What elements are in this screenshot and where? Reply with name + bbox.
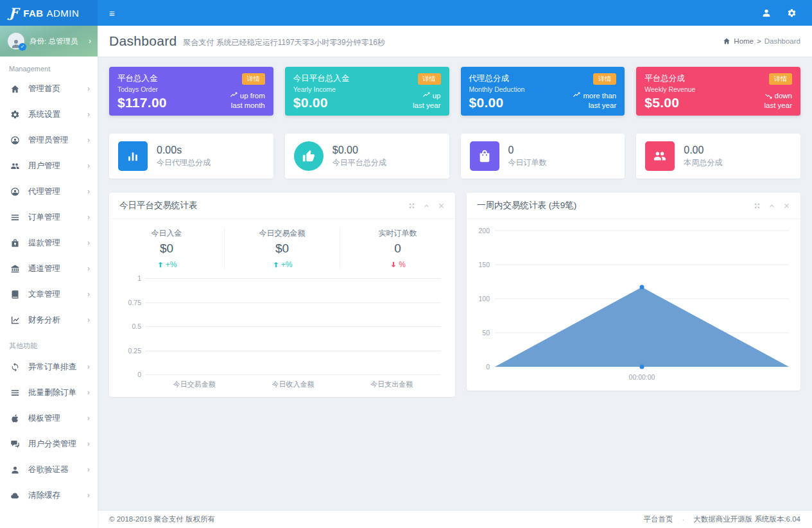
list-icon [10,388,20,398]
sidebar-item-order-manage[interactable]: 订单管理 › [0,204,98,230]
panel-row: 今日平台交易统计表 今日入金 $0 +% 今日交易金额 [109,193,800,397]
stat-subtitle: Weekly Revenue [644,85,695,93]
copyright-text: © 2018-2019 聚合支付 版权所有 [109,515,215,524]
details-badge[interactable]: 详情 [769,73,792,85]
area-chart: 20015010050000:00:00 [467,219,800,386]
svg-text:0: 0 [486,363,490,371]
bar-chart-plot: 10.750.50.250 [119,278,444,374]
chevron-right-icon: › [87,362,90,371]
sidebar-item-admin-manage[interactable]: 管理员管理 › [0,127,98,153]
brand-logo[interactable]: Ƒ FAB ADMIN [0,0,98,26]
thumbs-up-icon [294,141,324,171]
content: 平台总入金 Todays Order $117.00 详情 up from la… [98,57,812,510]
sidebar-item-admin-home[interactable]: 管理首页 › [0,76,98,101]
stat-title: 代理总分成 [469,73,525,84]
menu-section-heading: Management [0,57,98,76]
x-axis-label: 今日支出金额 [342,380,441,389]
mini-stat-today-deposit: 今日入金 $0 +% [109,228,224,269]
info-card-today-agent-share: 0.00s 今日代理总分成 [109,134,273,179]
page-subtitle: 聚合支付 系统已经稳定运行1197天零3小时零39分钟零16秒 [183,34,385,48]
home-icon [723,37,730,45]
user-circle-icon [10,136,20,145]
svg-text:100: 100 [478,295,490,303]
stat-value: $0.00 [469,95,525,110]
stat-subtitle: Monthly Deduction [469,85,525,93]
breadcrumb-home[interactable]: Home [734,37,754,45]
mini-stat-today-trade-amount: 今日交易金额 $0 +% [224,228,340,269]
users-icon [645,141,675,171]
expand-icon[interactable] [754,202,761,209]
main-area: Dashboard 聚合支付 系统已经稳定运行1197天零3小时零39分钟零16… [98,26,812,528]
sidebar-item-user-manage[interactable]: 用户管理 › [0,153,98,179]
sidebar-item-channel-manage[interactable]: 通道管理 › [0,256,98,281]
close-icon[interactable] [783,202,790,209]
close-icon[interactable] [438,202,445,209]
sidebar-item-user-category-manage[interactable]: 用户分类管理 › [0,431,98,457]
sidebar-item-withdraw-manage[interactable]: 提款管理 › [0,230,98,256]
gridline [145,326,441,327]
info-value: 0.00s [157,145,211,156]
sidebar-item-google-authenticator[interactable]: 谷歌验证器 › [0,457,98,482]
profile-panel[interactable]: ✓ 身份: 总管理员 › [0,26,98,57]
sidebar: ✓ 身份: 总管理员 › Management 管理首页 › 系统设置 › 管理… [0,26,98,528]
info-card-row: 0.00s 今日代理总分成 $0.00 今日平台总分成 0 今日订单数 [109,134,800,179]
avatar: ✓ [8,33,24,49]
platform-home-link[interactable]: 平台首页 [643,515,673,524]
sidebar-item-abnormal-order-check[interactable]: 异常订单排查 › [0,354,98,380]
profile-role-label: 身份: 总管理员 [30,37,78,46]
user-icon [10,465,20,475]
sidebar-item-agent-manage[interactable]: 代理管理 › [0,179,98,204]
chevron-right-icon: › [87,187,90,196]
cloud-icon [10,491,20,500]
sidebar-item-article-manage[interactable]: 文章管理 › [0,281,98,307]
chevron-right-icon: › [87,491,90,500]
chevron-right-icon: › [87,136,90,145]
sidebar-item-clear-cache[interactable]: 清除缓存 › [0,482,98,508]
info-value: 0.00 [684,145,722,156]
version-text: 大数据商业开源版 系统版本:6.04 [693,515,800,524]
cogs-icon [10,110,20,119]
breadcrumb-current: Dashboard [764,37,800,45]
svg-text:150: 150 [478,261,490,268]
home-icon [10,84,20,94]
info-label: 今日代理总分成 [157,157,211,168]
bar-chart-x-axis: 今日交易金额今日收入金额今日支出金额 [145,380,441,389]
sidebar-item-template-manage[interactable]: 模板管理 › [0,405,98,431]
sidebar-item-batch-delete-orders[interactable]: 批量删除订单 › [0,380,98,405]
today-transactions-panel: 今日平台交易统计表 今日入金 $0 +% 今日交易金额 [109,193,455,397]
details-badge[interactable]: 详情 [593,73,616,85]
x-axis-label: 今日收入金额 [244,380,343,389]
vault-icon [10,238,20,248]
y-tick-label: 1 [119,274,141,282]
shopping-bag-icon [470,141,499,171]
details-badge[interactable]: 详情 [242,73,265,85]
stat-subtitle: Todays Order [117,85,167,93]
stat-trend: up last year [413,91,440,110]
chevron-right-icon: › [87,238,90,247]
chevron-right-icon: › [87,110,90,119]
stat-card-platform-total-share: 平台总分成 Weekly Revenue $5.00 详情 down last … [636,67,800,116]
y-tick-label: 0.75 [119,299,141,306]
panel-title: 今日平台交易统计表 [119,200,198,211]
info-value: 0 [508,145,547,156]
trend-up-icon [573,91,581,100]
collapse-icon[interactable] [423,202,430,209]
trend-up-icon [422,91,431,100]
separator-dot: · [682,516,684,524]
verified-badge-icon: ✓ [19,43,26,51]
sidebar-item-finance-analysis[interactable]: 财务分析 › [0,307,98,333]
user-icon[interactable] [761,8,772,18]
stat-value: $117.00 [117,95,167,110]
comments-icon [10,439,20,449]
collapse-icon[interactable] [768,202,775,209]
details-badge[interactable]: 详情 [418,73,441,85]
breadcrumb-separator: > [757,37,761,45]
svg-text:50: 50 [482,329,490,337]
sidebar-toggle-icon[interactable]: ≡ [98,0,126,26]
svg-text:200: 200 [478,227,490,234]
chevron-right-icon: › [87,213,90,222]
expand-icon[interactable] [408,202,415,209]
gear-icon[interactable] [787,8,797,18]
sidebar-item-system-settings[interactable]: 系统设置 › [0,101,98,127]
stat-card-today-platform-deposit: 今日平台总入金 Yearly Income $0.00 详情 up last y… [285,67,449,116]
